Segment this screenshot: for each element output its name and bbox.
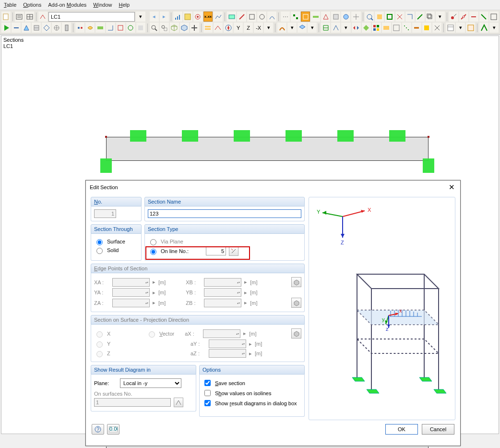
toolbar-icon[interactable] <box>12 23 21 33</box>
toolbar-icon[interactable]: ▾ <box>264 23 273 33</box>
toolbar-icon[interactable] <box>375 12 384 22</box>
toolbar-icon[interactable] <box>257 12 266 22</box>
menu-table[interactable]: Table <box>4 2 16 8</box>
pick-point-a-button[interactable] <box>291 277 301 287</box>
result-icon[interactable] <box>183 12 192 22</box>
toolbar-icon[interactable] <box>449 12 458 22</box>
toolbar-icon[interactable] <box>479 12 488 22</box>
ok-button[interactable]: OK <box>385 424 418 435</box>
units-button[interactable]: 0.00 <box>107 424 119 435</box>
toolbar-icon[interactable] <box>395 12 405 22</box>
toolbar-icon[interactable] <box>331 12 340 22</box>
pick-point-b-button[interactable] <box>291 298 301 308</box>
toolbar-icon[interactable] <box>321 23 330 33</box>
dropdown-icon[interactable]: ▾ <box>136 12 145 22</box>
lc-icon[interactable] <box>38 12 48 22</box>
toolbar-icon[interactable] <box>291 12 300 22</box>
toolbar-icon[interactable] <box>331 23 340 33</box>
view-icon[interactable] <box>180 23 189 33</box>
toolbar-icon[interactable] <box>446 23 455 33</box>
menu-options[interactable]: Options <box>23 2 41 8</box>
toolbar-icon[interactable] <box>227 12 236 22</box>
result-icon[interactable] <box>214 12 223 22</box>
toolbar-icon[interactable] <box>277 23 286 33</box>
pick-projection-button[interactable] <box>291 328 301 339</box>
toolbar-icon[interactable] <box>459 12 468 22</box>
close-icon[interactable]: ✕ <box>447 182 456 192</box>
zoom-window-icon[interactable] <box>160 23 169 33</box>
toolbar-icon[interactable] <box>372 23 381 33</box>
prev-icon[interactable]: ◂ <box>150 12 159 22</box>
toolbar-icon[interactable] <box>116 23 125 33</box>
toolbar-icon[interactable] <box>469 12 478 22</box>
toolbar-icon[interactable]: Z <box>244 23 253 33</box>
toolbar-icon[interactable] <box>341 12 350 22</box>
toolbar-icon[interactable] <box>365 12 374 22</box>
toolbar-icon[interactable] <box>62 23 71 33</box>
toolbar-icon[interactable] <box>203 23 213 33</box>
toolbar-icon[interactable] <box>106 23 115 33</box>
toolbar-icon[interactable] <box>32 23 41 33</box>
toolbar-icon[interactable] <box>311 12 320 22</box>
through-solid-radio[interactable] <box>96 248 103 254</box>
toolbar-icon[interactable]: ▾ <box>489 23 499 33</box>
toolbar-icon[interactable] <box>85 23 95 33</box>
toolbar-icon[interactable] <box>405 12 415 22</box>
loadcase-combo[interactable] <box>48 12 135 22</box>
help-button[interactable]: ? <box>92 424 104 435</box>
toolbar-icon[interactable] <box>75 23 84 33</box>
toolbar-icon[interactable] <box>301 12 310 22</box>
toolbar-icon[interactable] <box>281 12 290 22</box>
viewport[interactable]: Sections LC1 Edit Section ✕ No. <box>1 36 499 434</box>
section-name-input[interactable] <box>148 209 301 218</box>
toolbar-icon[interactable]: ▾ <box>456 23 465 33</box>
result-icon[interactable] <box>173 12 182 22</box>
on-line-radio[interactable] <box>150 249 156 255</box>
show-isolines-checkbox[interactable] <box>204 390 211 396</box>
toolbar-icon[interactable]: ▾ <box>341 23 350 33</box>
toolbar-icon[interactable] <box>416 12 425 22</box>
pick-line-button[interactable] <box>229 246 238 256</box>
on-line-no-input[interactable] <box>206 247 226 255</box>
toolbar-icon[interactable] <box>351 12 360 22</box>
toolbar-icon[interactable] <box>298 23 307 33</box>
zoom-icon[interactable] <box>150 23 159 33</box>
toolbar-icon[interactable]: ▾ <box>308 23 317 33</box>
result-icon[interactable] <box>193 12 202 22</box>
next-icon[interactable]: ▸ <box>160 12 169 22</box>
toolbar-icon[interactable] <box>392 23 401 33</box>
toolbar-icon[interactable] <box>267 12 276 22</box>
show-result-diagrams-checkbox[interactable] <box>204 400 211 406</box>
toolbar-icon[interactable] <box>432 23 441 33</box>
toolbar-icon[interactable] <box>382 23 391 33</box>
cancel-button[interactable]: Cancel <box>422 424 454 435</box>
menu-addon[interactable]: Add-on Modules <box>48 2 86 8</box>
toolbar-icon[interactable] <box>489 12 499 22</box>
toolbar-icon[interactable] <box>479 23 488 33</box>
toolbar-icon[interactable] <box>321 12 330 22</box>
plane-select[interactable]: Local in -y <box>120 378 181 388</box>
result-icon[interactable]: x.xx <box>203 12 213 22</box>
toolbar-icon[interactable] <box>352 23 361 33</box>
toolbar-icon[interactable] <box>1 23 11 33</box>
toolbar-icon[interactable] <box>426 12 435 22</box>
toolbar-icon[interactable] <box>52 23 61 33</box>
toolbar-icon[interactable] <box>22 23 31 33</box>
through-surface-radio[interactable] <box>96 239 103 245</box>
iso-view-icon[interactable] <box>170 23 179 33</box>
toolbar-icon[interactable] <box>95 23 105 33</box>
toolbar-icon[interactable] <box>42 23 51 33</box>
toolbar-icon[interactable] <box>466 23 475 33</box>
toolbar-icon[interactable] <box>362 23 371 33</box>
new-icon[interactable] <box>1 12 11 22</box>
grid-icon[interactable] <box>25 12 34 22</box>
toolbar-icon[interactable] <box>214 23 223 33</box>
pan-icon[interactable] <box>190 23 199 33</box>
toolbar-icon[interactable] <box>126 23 135 33</box>
toolbar-icon[interactable]: ▾ <box>436 12 445 22</box>
save-section-checkbox[interactable] <box>204 380 211 386</box>
toolbar-icon[interactable] <box>385 12 394 22</box>
menu-help[interactable]: Help <box>119 2 130 8</box>
toolbar-icon[interactable] <box>422 23 431 33</box>
pick-surface-button[interactable] <box>174 398 183 407</box>
